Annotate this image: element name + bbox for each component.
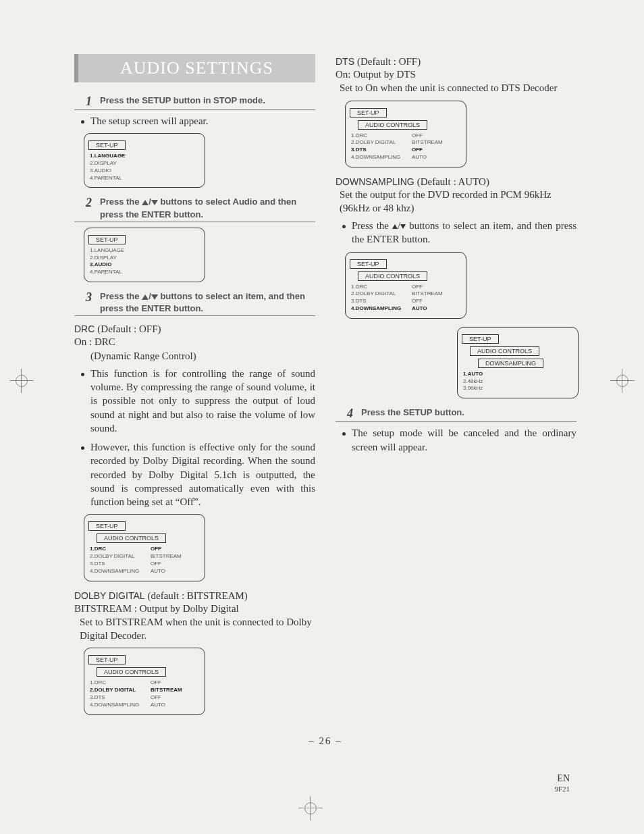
drc-para-2: However, this function is effective only… [81,440,315,509]
downsampling-heading: DOWNSAMPLING (Default : AUTO) [336,176,576,188]
dts-heading: DTS (Default : OFF) [336,55,576,68]
registration-mark-icon [298,796,323,820]
right-column: DTS (Default : OFF) On: Output by DTS Se… [336,54,576,723]
step-number: 1 [74,95,100,109]
up-arrow-icon [142,294,149,300]
step-number: 4 [336,407,361,421]
step-1: 1 Press the SETUP button in STOP mode. [74,95,315,110]
section-title: AUDIO SETTINGS [120,58,273,78]
registration-mark-icon [9,369,34,393]
step-text: Press the / buttons to select Audio and … [100,196,315,220]
bullet-icon [342,426,352,454]
left-column: AUDIO SETTINGS 1 Press the SETUP button … [74,54,315,723]
screen-audio-dolby: SET-UP AUDIO CONTROLS 1.DRC 2.DOLBY DIGI… [84,648,205,714]
down-arrow-icon [400,224,406,229]
screen-downsampling-submenu: SET-UP AUDIO CONTROLS DOWNSAMPLING 1.AUT… [457,327,579,398]
down-arrow-icon [151,294,158,300]
drc-heading: DRC (Default : OFF) [74,323,315,335]
up-arrow-icon [142,200,149,205]
step-4-follow: The setup mode will be canceled and the … [342,426,576,454]
step-3: 3 Press the / buttons to select an item,… [74,290,315,316]
downsampling-instruction: Press the / buttons to select an item, a… [342,219,576,246]
registration-mark-icon [610,369,635,393]
screen-setup-main-2: SET-UP 1.LANGUAGE 2.DISPLAY 3.AUDIO 4.PA… [84,228,205,282]
step-4: 4 Press the SETUP button. [336,407,576,422]
bullet-icon [81,440,90,509]
screen-audio-dts: SET-UP AUDIO CONTROLS 1.DRC 2.DOLBY DIGI… [345,101,466,167]
step-text: Press the SETUP button in STOP mode. [100,95,315,107]
bullet-icon [81,367,90,435]
up-arrow-icon [392,224,398,229]
screen-setup-main-1: SET-UP 1.LANGUAGE 2.DISPLAY 3.AUDIO 4.PA… [84,133,205,188]
step-number: 3 [74,290,100,305]
down-arrow-icon [151,200,158,205]
step-number: 2 [74,196,100,210]
screen-audio-drc: SET-UP AUDIO CONTROLS 1.DRC 2.DOLBY DIGI… [84,514,205,581]
page-number: – 26 – [74,735,576,747]
bullet-icon [81,114,90,128]
section-title-block: AUDIO SETTINGS [74,54,315,82]
dolby-heading: DOLBY DIGITAL (default : BITSTREAM) [74,590,315,602]
footer-codes: EN 9F21 [554,773,570,793]
step-text: Press the SETUP button. [361,407,576,419]
drc-para-1: This function is for controlling the ran… [81,367,315,435]
step-2: 2 Press the / buttons to select Audio an… [74,196,315,221]
bullet-icon [342,219,352,246]
screen-audio-downsampling: SET-UP AUDIO CONTROLS 1.DRC 2.DOLBY DIGI… [345,252,466,319]
step-text: Press the / buttons to select an item, a… [100,290,315,315]
step-1-follow: The setup screen will appear. [81,114,315,128]
